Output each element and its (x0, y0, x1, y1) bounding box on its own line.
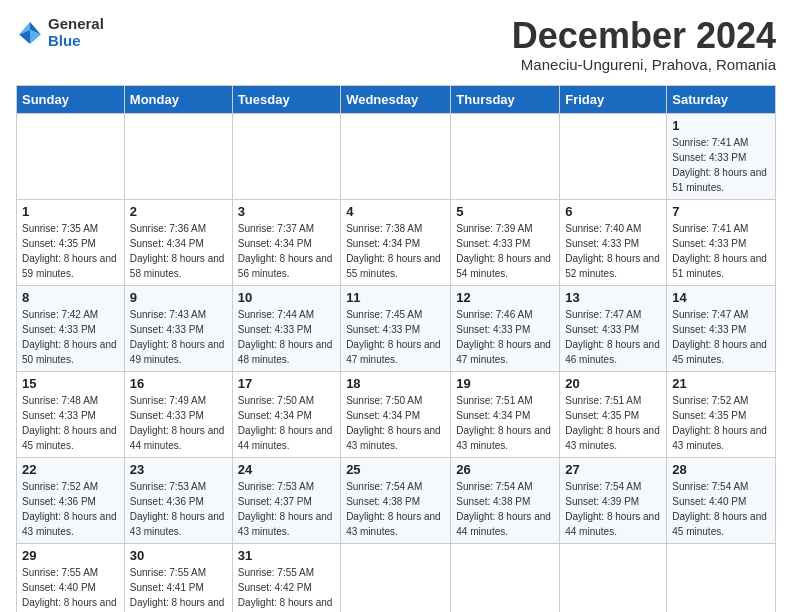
day-number: 3 (238, 204, 335, 219)
day-info: Sunrise: 7:41 AMSunset: 4:33 PMDaylight:… (672, 223, 767, 279)
day-number: 9 (130, 290, 227, 305)
day-info: Sunrise: 7:55 AMSunset: 4:42 PMDaylight:… (238, 567, 333, 612)
day-info: Sunrise: 7:55 AMSunset: 4:41 PMDaylight:… (130, 567, 225, 612)
day-number: 23 (130, 462, 227, 477)
location: Maneciu-Ungureni, Prahova, Romania (512, 56, 776, 73)
calendar-cell: 28 Sunrise: 7:54 AMSunset: 4:40 PMDaylig… (667, 457, 776, 543)
day-info: Sunrise: 7:54 AMSunset: 4:38 PMDaylight:… (346, 481, 441, 537)
day-number: 14 (672, 290, 770, 305)
day-number: 31 (238, 548, 335, 563)
calendar-cell: 13 Sunrise: 7:47 AMSunset: 4:33 PMDaylig… (560, 285, 667, 371)
day-info: Sunrise: 7:51 AMSunset: 4:35 PMDaylight:… (565, 395, 660, 451)
calendar-cell: 31 Sunrise: 7:55 AMSunset: 4:42 PMDaylig… (232, 543, 340, 612)
calendar-cell: 15 Sunrise: 7:48 AMSunset: 4:33 PMDaylig… (17, 371, 125, 457)
calendar-cell: 29 Sunrise: 7:55 AMSunset: 4:40 PMDaylig… (17, 543, 125, 612)
day-number: 8 (22, 290, 119, 305)
day-info: Sunrise: 7:47 AMSunset: 4:33 PMDaylight:… (565, 309, 660, 365)
day-number: 28 (672, 462, 770, 477)
day-info: Sunrise: 7:45 AMSunset: 4:33 PMDaylight:… (346, 309, 441, 365)
calendar-week-5: 29 Sunrise: 7:55 AMSunset: 4:40 PMDaylig… (17, 543, 776, 612)
logo-icon (16, 19, 44, 47)
weekday-header-thursday: Thursday (451, 85, 560, 113)
day-info: Sunrise: 7:51 AMSunset: 4:34 PMDaylight:… (456, 395, 551, 451)
calendar-cell: 20 Sunrise: 7:51 AMSunset: 4:35 PMDaylig… (560, 371, 667, 457)
day-info: Sunrise: 7:54 AMSunset: 4:39 PMDaylight:… (565, 481, 660, 537)
calendar-cell: 30 Sunrise: 7:55 AMSunset: 4:41 PMDaylig… (124, 543, 232, 612)
calendar-cell (341, 113, 451, 199)
logo: General Blue (16, 16, 104, 49)
calendar-cell: 25 Sunrise: 7:54 AMSunset: 4:38 PMDaylig… (341, 457, 451, 543)
calendar-week-0: 1 Sunrise: 7:41 AMSunset: 4:33 PMDayligh… (17, 113, 776, 199)
day-info: Sunrise: 7:44 AMSunset: 4:33 PMDaylight:… (238, 309, 333, 365)
calendar-cell: 3 Sunrise: 7:37 AMSunset: 4:34 PMDayligh… (232, 199, 340, 285)
calendar-cell: 23 Sunrise: 7:53 AMSunset: 4:36 PMDaylig… (124, 457, 232, 543)
day-number: 22 (22, 462, 119, 477)
day-info: Sunrise: 7:40 AMSunset: 4:33 PMDaylight:… (565, 223, 660, 279)
day-number: 1 (22, 204, 119, 219)
calendar-cell: 22 Sunrise: 7:52 AMSunset: 4:36 PMDaylig… (17, 457, 125, 543)
day-number: 25 (346, 462, 445, 477)
calendar-cell: 11 Sunrise: 7:45 AMSunset: 4:33 PMDaylig… (341, 285, 451, 371)
day-number: 2 (130, 204, 227, 219)
calendar-cell (451, 543, 560, 612)
day-info: Sunrise: 7:52 AMSunset: 4:36 PMDaylight:… (22, 481, 117, 537)
weekday-header-friday: Friday (560, 85, 667, 113)
weekday-header-row: SundayMondayTuesdayWednesdayThursdayFrid… (17, 85, 776, 113)
day-number: 20 (565, 376, 661, 391)
page-header: General Blue December 2024 Maneciu-Ungur… (16, 16, 776, 73)
day-number: 10 (238, 290, 335, 305)
calendar-week-2: 8 Sunrise: 7:42 AMSunset: 4:33 PMDayligh… (17, 285, 776, 371)
calendar-cell (232, 113, 340, 199)
day-info: Sunrise: 7:52 AMSunset: 4:35 PMDaylight:… (672, 395, 767, 451)
calendar-cell: 9 Sunrise: 7:43 AMSunset: 4:33 PMDayligh… (124, 285, 232, 371)
day-info: Sunrise: 7:53 AMSunset: 4:37 PMDaylight:… (238, 481, 333, 537)
day-info: Sunrise: 7:48 AMSunset: 4:33 PMDaylight:… (22, 395, 117, 451)
calendar-cell (667, 543, 776, 612)
calendar-cell (124, 113, 232, 199)
calendar-cell: 7 Sunrise: 7:41 AMSunset: 4:33 PMDayligh… (667, 199, 776, 285)
logo-text: General Blue (48, 16, 104, 49)
day-number: 7 (672, 204, 770, 219)
day-number: 5 (456, 204, 554, 219)
calendar-cell: 24 Sunrise: 7:53 AMSunset: 4:37 PMDaylig… (232, 457, 340, 543)
calendar-cell: 18 Sunrise: 7:50 AMSunset: 4:34 PMDaylig… (341, 371, 451, 457)
day-number: 16 (130, 376, 227, 391)
day-info: Sunrise: 7:43 AMSunset: 4:33 PMDaylight:… (130, 309, 225, 365)
calendar-cell: 6 Sunrise: 7:40 AMSunset: 4:33 PMDayligh… (560, 199, 667, 285)
day-info: Sunrise: 7:54 AMSunset: 4:38 PMDaylight:… (456, 481, 551, 537)
calendar-cell: 5 Sunrise: 7:39 AMSunset: 4:33 PMDayligh… (451, 199, 560, 285)
calendar-week-3: 15 Sunrise: 7:48 AMSunset: 4:33 PMDaylig… (17, 371, 776, 457)
day-info: Sunrise: 7:36 AMSunset: 4:34 PMDaylight:… (130, 223, 225, 279)
calendar-cell: 1 Sunrise: 7:35 AMSunset: 4:35 PMDayligh… (17, 199, 125, 285)
day-number: 29 (22, 548, 119, 563)
day-number: 1 (672, 118, 770, 133)
day-number: 13 (565, 290, 661, 305)
calendar-cell: 27 Sunrise: 7:54 AMSunset: 4:39 PMDaylig… (560, 457, 667, 543)
calendar-cell: 12 Sunrise: 7:46 AMSunset: 4:33 PMDaylig… (451, 285, 560, 371)
calendar-table: SundayMondayTuesdayWednesdayThursdayFrid… (16, 85, 776, 612)
day-info: Sunrise: 7:50 AMSunset: 4:34 PMDaylight:… (346, 395, 441, 451)
day-number: 4 (346, 204, 445, 219)
logo-blue: Blue (48, 33, 104, 50)
day-info: Sunrise: 7:54 AMSunset: 4:40 PMDaylight:… (672, 481, 767, 537)
day-info: Sunrise: 7:39 AMSunset: 4:33 PMDaylight:… (456, 223, 551, 279)
weekday-header-saturday: Saturday (667, 85, 776, 113)
calendar-cell: 14 Sunrise: 7:47 AMSunset: 4:33 PMDaylig… (667, 285, 776, 371)
calendar-cell (560, 113, 667, 199)
day-info: Sunrise: 7:55 AMSunset: 4:40 PMDaylight:… (22, 567, 117, 612)
calendar-cell: 8 Sunrise: 7:42 AMSunset: 4:33 PMDayligh… (17, 285, 125, 371)
day-number: 19 (456, 376, 554, 391)
day-number: 12 (456, 290, 554, 305)
day-info: Sunrise: 7:50 AMSunset: 4:34 PMDaylight:… (238, 395, 333, 451)
calendar-week-1: 1 Sunrise: 7:35 AMSunset: 4:35 PMDayligh… (17, 199, 776, 285)
calendar-cell: 19 Sunrise: 7:51 AMSunset: 4:34 PMDaylig… (451, 371, 560, 457)
day-info: Sunrise: 7:37 AMSunset: 4:34 PMDaylight:… (238, 223, 333, 279)
weekday-header-tuesday: Tuesday (232, 85, 340, 113)
day-number: 17 (238, 376, 335, 391)
weekday-header-monday: Monday (124, 85, 232, 113)
calendar-week-4: 22 Sunrise: 7:52 AMSunset: 4:36 PMDaylig… (17, 457, 776, 543)
day-info: Sunrise: 7:49 AMSunset: 4:33 PMDaylight:… (130, 395, 225, 451)
day-number: 24 (238, 462, 335, 477)
calendar-cell: 17 Sunrise: 7:50 AMSunset: 4:34 PMDaylig… (232, 371, 340, 457)
weekday-header-wednesday: Wednesday (341, 85, 451, 113)
